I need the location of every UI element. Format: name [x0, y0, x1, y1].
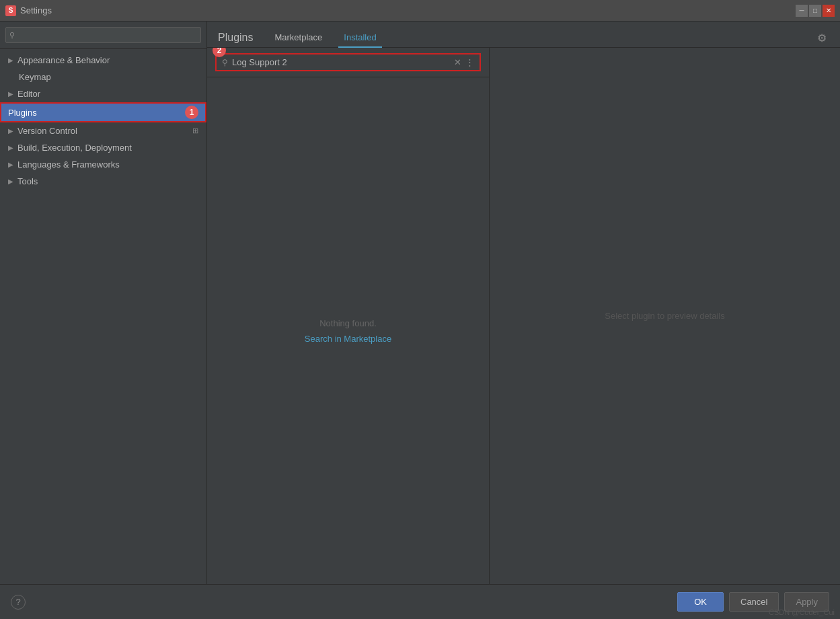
arrow-icon: ▶	[8, 178, 13, 185]
main-container: ⚲ ▶ Appearance & Behavior Keymap ▶ Edito…	[0, 22, 840, 584]
help-button[interactable]: ?	[11, 595, 26, 610]
sidebar-search-input[interactable]	[5, 27, 201, 43]
sidebar-search-area: ⚲	[0, 22, 206, 49]
window-controls: ─ □ ✕	[796, 5, 835, 17]
preview-text: Select plugin to preview details	[605, 311, 725, 321]
sidebar: ⚲ ▶ Appearance & Behavior Keymap ▶ Edito…	[0, 22, 207, 584]
close-button[interactable]: ✕	[823, 5, 835, 17]
minimize-button[interactable]: ─	[796, 5, 808, 17]
sidebar-item-label: Plugins	[8, 108, 180, 118]
maximize-button[interactable]: □	[809, 5, 821, 17]
sidebar-search-icon: ⚲	[9, 31, 15, 40]
arrow-icon: ▶	[8, 161, 13, 168]
ok-button[interactable]: OK	[677, 592, 724, 612]
sidebar-item-keymap[interactable]: Keymap	[0, 69, 206, 85]
bottom-bar: ? OK Cancel Apply	[0, 584, 840, 619]
sidebar-item-plugins[interactable]: Plugins 1	[0, 102, 206, 122]
search-icon: ⚲	[222, 58, 228, 67]
sidebar-item-label: Editor	[17, 89, 198, 99]
sidebar-item-label: Keymap	[19, 72, 198, 82]
plugins-header: Plugins Marketplace Installed ⚙	[207, 22, 840, 48]
plugins-title: Plugins	[218, 32, 253, 44]
sidebar-item-label: Tools	[17, 176, 198, 186]
arrow-icon: ▶	[8, 57, 13, 64]
plugin-search-box: ⚲ ✕ ⋮	[215, 53, 481, 71]
clear-search-icon[interactable]: ✕	[454, 57, 461, 67]
sidebar-item-label: Build, Execution, Deployment	[17, 143, 198, 153]
sidebar-item-build[interactable]: ▶ Build, Execution, Deployment	[0, 139, 206, 156]
search-marketplace-link[interactable]: Search in Marketplace	[305, 334, 391, 344]
sidebar-item-tools[interactable]: ▶ Tools	[0, 173, 206, 190]
nothing-found-area: Nothing found. Search in Marketplace	[207, 77, 489, 584]
plugin-preview-pane: Select plugin to preview details	[490, 48, 840, 584]
arrow-icon: ▶	[8, 127, 13, 135]
plugin-search-bar: ⚲ ✕ ⋮ 2	[207, 48, 489, 77]
sidebar-item-editor[interactable]: ▶ Editor	[0, 85, 206, 102]
plugin-content: ⚲ ✕ ⋮ 2 Nothing found. Search in Marketp…	[207, 48, 840, 584]
arrow-icon: ▶	[8, 144, 13, 151]
sidebar-item-label: Languages & Frameworks	[17, 159, 198, 170]
plugins-badge: 1	[185, 106, 198, 119]
nothing-found-text: Nothing found.	[319, 318, 377, 328]
title-bar: S Settings ─ □ ✕	[0, 0, 840, 22]
window-title: Settings	[20, 5, 792, 15]
watermark: CSDN @Coder_Cui	[769, 608, 835, 616]
arrow-icon: ▶	[8, 90, 13, 98]
app-icon: S	[5, 5, 16, 16]
sidebar-nav: ▶ Appearance & Behavior Keymap ▶ Editor …	[0, 49, 206, 584]
sidebar-item-label: Version Control	[17, 126, 190, 136]
sidebar-item-languages[interactable]: ▶ Languages & Frameworks	[0, 156, 206, 173]
content-area: Plugins Marketplace Installed ⚙ ⚲ ✕ ⋮	[207, 22, 840, 584]
sidebar-item-appearance[interactable]: ▶ Appearance & Behavior	[0, 52, 206, 69]
tab-installed[interactable]: Installed	[338, 28, 381, 48]
sidebar-item-label: Appearance & Behavior	[17, 55, 198, 65]
gear-button[interactable]: ⚙	[814, 29, 829, 47]
more-options-icon[interactable]: ⋮	[465, 57, 474, 67]
sidebar-item-version-control[interactable]: ▶ Version Control ⊞	[0, 122, 206, 139]
vcs-extra-icon: ⊞	[192, 126, 198, 135]
tab-marketplace[interactable]: Marketplace	[269, 28, 328, 48]
plugin-list-pane: ⚲ ✕ ⋮ 2 Nothing found. Search in Marketp…	[207, 48, 490, 584]
plugin-search-input[interactable]	[232, 57, 450, 67]
